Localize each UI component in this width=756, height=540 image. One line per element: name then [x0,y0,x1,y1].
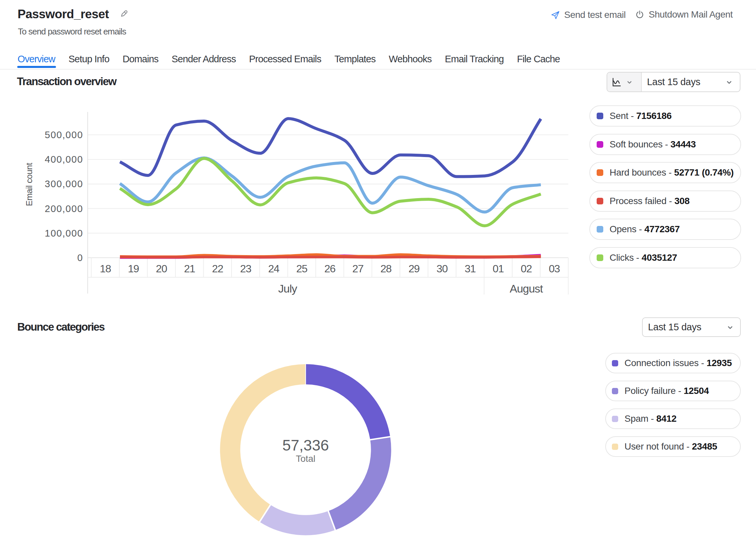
svg-text:26: 26 [324,263,335,275]
svg-text:100,000: 100,000 [45,228,83,238]
svg-text:22: 22 [212,263,223,275]
svg-text:500,000: 500,000 [45,130,83,140]
svg-text:20: 20 [156,263,167,275]
svg-text:Total: Total [296,454,315,464]
svg-text:300,000: 300,000 [45,179,83,189]
svg-text:21: 21 [184,263,195,275]
svg-text:Email count: Email count [24,163,34,206]
svg-text:28: 28 [380,263,392,275]
svg-text:31: 31 [464,263,476,275]
svg-text:02: 02 [521,263,532,275]
svg-text:24: 24 [268,263,279,275]
svg-text:0: 0 [77,252,83,263]
svg-text:27: 27 [352,263,364,275]
svg-text:19: 19 [128,263,139,275]
svg-text:57,336: 57,336 [282,437,329,454]
svg-text:23: 23 [240,263,251,275]
svg-text:03: 03 [549,263,560,275]
svg-text:30: 30 [437,263,448,275]
svg-text:400,000: 400,000 [45,154,83,165]
svg-text:August: August [510,282,543,295]
svg-text:200,000: 200,000 [45,203,83,214]
svg-text:25: 25 [296,263,308,275]
svg-text:18: 18 [100,263,111,275]
svg-text:29: 29 [409,263,420,275]
svg-text:July: July [278,282,297,295]
svg-text:01: 01 [493,263,504,275]
